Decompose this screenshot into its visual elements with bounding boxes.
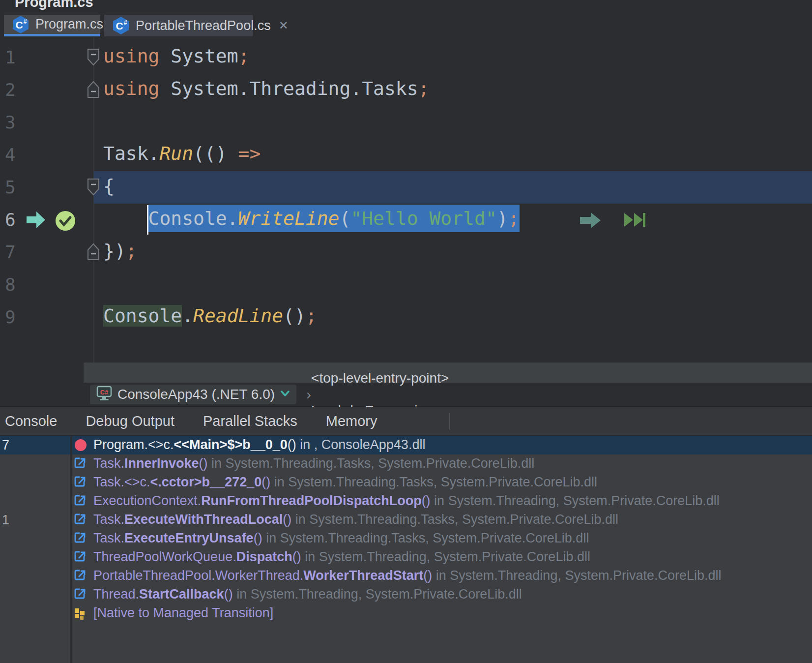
debugger-breadcrumb-bar: C# ConsoleApp43 (.NET 6.0) <top-level-en… <box>0 383 812 407</box>
frame-description: PortableThreadPool.WorkerThread.WorkerTh… <box>93 568 722 583</box>
frame-description: Thread.StartCallback() in System.Threadi… <box>93 587 522 602</box>
line-number: 6 <box>5 210 16 230</box>
external-icon <box>74 494 87 507</box>
external-icon <box>74 588 87 601</box>
stack-frame-row[interactable]: Task.InnerInvoke() in System.Threading.T… <box>0 454 812 473</box>
tool-tab-label: Memory <box>326 413 377 429</box>
code-line-3[interactable]: 3 <box>0 106 812 139</box>
tool-tab-parallel-stacks[interactable]: Parallel Stacks <box>197 413 297 429</box>
svg-text:C: C <box>15 19 23 30</box>
window-title-bar: Program.cs <box>0 0 812 15</box>
code-line-6[interactable]: 6 Console.WriteLine("Hello World"); <box>0 204 812 236</box>
csharp-file-icon: C# <box>112 16 130 35</box>
code-line-5[interactable]: 5{ <box>0 171 812 204</box>
step-out-button[interactable] <box>545 412 567 431</box>
line-number: 9 <box>5 307 16 327</box>
run-to-cursor-arrow-icon[interactable] <box>579 211 602 229</box>
line-number: 4 <box>5 145 16 165</box>
frame-description: ExecutionContext.RunFromThreadPoolDispat… <box>93 493 720 509</box>
text-caret <box>147 205 148 235</box>
breakpoints-ring-button[interactable] <box>590 412 612 431</box>
stop-button[interactable] <box>423 412 445 431</box>
code-text: Task.Run(() => <box>103 143 261 164</box>
fold-down-icon[interactable] <box>87 48 100 66</box>
tool-tab-console[interactable]: Console <box>5 413 57 429</box>
skip-to-end-icon[interactable] <box>623 211 646 228</box>
stack-frame-row[interactable]: 7Program.<>c.<<Main>$>b__0_0() in , Cons… <box>0 436 812 454</box>
tool-tab-label: Console <box>5 413 57 429</box>
code-text: { <box>103 175 115 197</box>
code-text: Console.WriteLine("Hello World"); <box>103 208 520 229</box>
tab-label: Program.cs <box>35 17 103 32</box>
stack-frame-row[interactable]: ExecutionContext.RunFromThreadPoolDispat… <box>0 492 812 511</box>
run-config-label: ConsoleApp43 (.NET 6.0) <box>117 387 275 402</box>
tab-label: PortableThreadPool.cs <box>136 18 271 33</box>
tool-tab-debug-output[interactable]: Debug Output <box>80 413 174 429</box>
resume-button[interactable] <box>454 412 477 431</box>
close-icon[interactable]: ✕ <box>279 20 289 31</box>
mute-breakpoints-button[interactable] <box>567 412 590 431</box>
external-icon <box>74 457 87 470</box>
stack-frame-row[interactable]: PortableThreadPool.WorkerThread.WorkerTh… <box>0 567 812 585</box>
svg-text:C#: C# <box>100 389 109 396</box>
frame-description: Program.<>c.<<Main>$>b__0_0() in , Conso… <box>93 437 425 452</box>
code-line-1[interactable]: 1using System; <box>0 41 812 74</box>
frame-description: Task.InnerInvoke() in System.Threading.T… <box>93 456 534 471</box>
more-options-button[interactable] <box>612 412 635 431</box>
panel-divider[interactable] <box>70 436 72 663</box>
breakpoint-icon <box>74 438 87 452</box>
window-title: Program.cs <box>15 0 93 10</box>
stack-frame-row[interactable]: 1Task.ExecuteWithThreadLocal() in System… <box>0 511 812 529</box>
code-text: using System; <box>103 45 249 67</box>
code-text: using System.Threading.Tasks; <box>103 78 429 99</box>
external-icon <box>74 513 87 526</box>
fold-up-icon[interactable] <box>87 81 100 98</box>
code-line-8[interactable]: 8 <box>0 269 812 301</box>
tool-tab-memory[interactable]: Memory <box>320 413 377 429</box>
svg-text:#: # <box>124 19 127 26</box>
code-text: }); <box>103 240 137 262</box>
frame-gutter-number: 7 <box>2 438 9 453</box>
line-number: 7 <box>5 242 16 262</box>
code-line-2[interactable]: 2using System.Threading.Tasks; <box>0 74 812 106</box>
call-stack-panel: 7Program.<>c.<<Main>$>b__0_0() in , Cons… <box>0 436 812 663</box>
frame-description: Task.ExecuteEntryUnsafe() in System.Thre… <box>93 531 589 546</box>
selected-statement: Console.WriteLine("Hello World"); <box>148 208 520 229</box>
step-into-button[interactable] <box>522 412 545 431</box>
line-number: 1 <box>5 47 16 67</box>
code-editor[interactable]: 1using System;2using System.Threading.Ta… <box>0 37 812 362</box>
code-line-7[interactable]: 7}); <box>0 236 812 269</box>
line-number: 5 <box>5 177 16 197</box>
stack-frame-row[interactable]: Task.ExecuteEntryUnsafe() in System.Thre… <box>0 529 812 548</box>
external-icon <box>74 569 87 582</box>
stack-frame-row[interactable]: Thread.StartCallback() in System.Threadi… <box>0 585 812 604</box>
debug-toolbar: ConsoleDebug OutputParallel StacksMemory <box>0 407 812 436</box>
editor-tab-program-cs[interactable]: C#Program.cs✕ <box>4 15 100 36</box>
frame-description: ThreadPoolWorkQueue.Dispatch() in System… <box>93 549 590 565</box>
frame-description: Task.<>c.<.cctor>b__272_0() in System.Th… <box>93 475 597 490</box>
stack-frame-row[interactable]: Task.<>c.<.cctor>b__272_0() in System.Th… <box>0 473 812 492</box>
breadcrumb-item[interactable]: <top-level-entry-point> <box>306 370 449 386</box>
tool-tab-label: Parallel Stacks <box>203 413 297 429</box>
verified-check-icon[interactable] <box>55 211 76 231</box>
fold-down-icon[interactable] <box>87 178 100 196</box>
ide-window: Program.cs C#Program.cs✕C#PortableThread… <box>0 0 812 663</box>
run-config-selector[interactable]: C# ConsoleApp43 (.NET 6.0) <box>90 385 296 404</box>
svg-text:#: # <box>24 18 27 25</box>
toolbar-separator <box>449 413 450 430</box>
frame-gutter-number: 1 <box>2 512 9 528</box>
code-line-4[interactable]: 4Task.Run(() => <box>0 139 812 171</box>
breadcrumb-separator: › <box>306 386 311 402</box>
stack-frame-row[interactable]: [Native to Managed Transition] <box>0 604 812 623</box>
csharp-file-icon: C# <box>12 15 29 34</box>
external-icon <box>74 550 87 563</box>
code-line-9[interactable]: 9Console.ReadLine(); <box>0 301 812 333</box>
step-over-button[interactable] <box>499 412 522 431</box>
execution-pointer-icon[interactable] <box>26 211 46 229</box>
rerun-button[interactable] <box>400 412 423 431</box>
fold-up-icon[interactable] <box>87 243 100 261</box>
pause-button[interactable] <box>477 412 499 431</box>
frame-description: [Native to Managed Transition] <box>93 605 273 621</box>
stack-frame-row[interactable]: ThreadPoolWorkQueue.Dispatch() in System… <box>0 548 812 567</box>
editor-tab-portablethreadpool-cs[interactable]: C#PortableThreadPool.cs✕ <box>104 15 253 36</box>
